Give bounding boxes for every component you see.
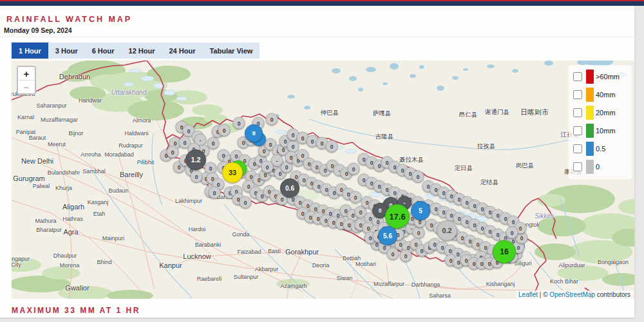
legend-row: >60mm bbox=[573, 69, 629, 84]
tab-1-hour[interactable]: 1 Hour bbox=[12, 43, 48, 59]
header-divider bbox=[0, 37, 634, 37]
station-marker[interactable]: 0 bbox=[240, 196, 252, 209]
page-date: Monday 09 Sep, 2024 bbox=[4, 26, 72, 34]
tab-tabular-view[interactable]: Tabular View bbox=[202, 43, 260, 59]
legend-checkbox[interactable] bbox=[573, 90, 582, 99]
top-navbar bbox=[0, 0, 644, 6]
page: { "header": {"title": "RAINFALL WATCH MA… bbox=[0, 0, 644, 322]
station-marker[interactable]: 0 bbox=[400, 250, 412, 262]
legend-color-swatch bbox=[586, 142, 594, 156]
legend-row: 20mm bbox=[573, 105, 629, 120]
legend-checkbox[interactable] bbox=[573, 108, 582, 117]
station-marker[interactable]: 0 bbox=[209, 187, 221, 199]
station-marker[interactable]: 0.6 bbox=[280, 178, 299, 198]
map-attribution: Leaflet | © OpenStreetMap contributors bbox=[516, 290, 633, 299]
station-marker[interactable]: 0 bbox=[266, 113, 278, 126]
legend-label: 40mm bbox=[596, 91, 616, 99]
rainfall-legend: >60mm40mm20mm10mm0.50 bbox=[569, 65, 632, 179]
legend-checkbox[interactable] bbox=[573, 144, 582, 153]
tab-12-hour[interactable]: 12 Hour bbox=[122, 43, 162, 59]
station-marker[interactable]: 0 bbox=[233, 117, 245, 129]
station-marker[interactable]: 0 bbox=[191, 171, 203, 183]
station-marker[interactable]: 0 bbox=[387, 248, 399, 260]
attribution-suffix: contributors bbox=[595, 291, 630, 298]
leaflet-link[interactable]: Leaflet bbox=[518, 291, 538, 298]
legend-label: >60mm bbox=[596, 73, 620, 80]
tab-24-hour[interactable]: 24 Hour bbox=[162, 43, 203, 59]
station-marker[interactable]: 0 bbox=[287, 140, 299, 153]
rainfall-watch-card: RAINFALL WATCH MAP Monday 09 Sep, 2024 1… bbox=[0, 6, 634, 317]
tab-6-hour[interactable]: 6 Hour bbox=[85, 43, 122, 59]
zoom-out-button[interactable]: − bbox=[18, 80, 35, 93]
station-marker[interactable]: 5 bbox=[411, 201, 430, 220]
station-marker[interactable]: 33 bbox=[222, 162, 243, 183]
zoom-control: + − bbox=[17, 66, 36, 95]
station-marker[interactable]: 1.2 bbox=[185, 149, 206, 170]
tab-3-hour[interactable]: 3 Hour bbox=[48, 43, 85, 59]
station-marker[interactable]: 0 bbox=[412, 171, 424, 183]
station-marker[interactable]: 0 bbox=[167, 146, 179, 158]
legend-color-swatch bbox=[586, 88, 594, 102]
station-marker[interactable]: 0 bbox=[326, 140, 338, 153]
station-marker[interactable]: 0 bbox=[506, 227, 518, 239]
legend-label: 0 bbox=[596, 163, 600, 171]
legend-color-swatch bbox=[586, 160, 594, 174]
legend-color-swatch bbox=[586, 106, 594, 120]
maximum-rainfall-text: MAXIMUM 33 MM AT 1 HR bbox=[12, 306, 140, 315]
station-marker[interactable]: 0 bbox=[261, 161, 274, 173]
station-marker[interactable]: 0 bbox=[350, 191, 362, 204]
legend-row: 0.5 bbox=[573, 141, 629, 156]
station-marker[interactable]: 9 bbox=[245, 124, 263, 142]
legend-checkbox[interactable] bbox=[573, 126, 582, 135]
zoom-in-button[interactable]: + bbox=[18, 67, 35, 80]
map[interactable]: DehradunSaharanpurHaridwarKarnalMuzaffar… bbox=[12, 61, 634, 299]
openstreetmap-link[interactable]: OpenStreetMap bbox=[549, 291, 595, 298]
station-marker[interactable]: 0 bbox=[348, 163, 360, 175]
legend-row: 0 bbox=[573, 159, 629, 174]
legend-row: 10mm bbox=[573, 123, 629, 138]
legend-label: 0.5 bbox=[596, 145, 605, 153]
page-title: RAINFALL WATCH MAP bbox=[6, 15, 132, 24]
map-canvas bbox=[12, 61, 634, 299]
legend-checkbox[interactable] bbox=[573, 162, 582, 171]
station-marker[interactable]: 0.2 bbox=[437, 220, 457, 241]
legend-label: 10mm bbox=[596, 127, 616, 135]
legend-color-swatch bbox=[586, 70, 594, 84]
attribution-separator: | © bbox=[538, 291, 549, 298]
legend-checkbox[interactable] bbox=[573, 72, 582, 81]
station-marker[interactable]: 17.6 bbox=[385, 204, 410, 229]
legend-row: 40mm bbox=[573, 87, 629, 102]
station-marker[interactable]: 0 bbox=[218, 124, 231, 137]
station-marker[interactable]: 5.6 bbox=[378, 226, 397, 245]
legend-color-swatch bbox=[586, 124, 594, 138]
station-marker[interactable]: 16 bbox=[493, 240, 516, 263]
legend-label: 20mm bbox=[596, 109, 616, 117]
station-marker[interactable]: 0 bbox=[413, 227, 425, 239]
tab-bar: 1 Hour3 Hour6 Hour12 Hour24 HourTabular … bbox=[12, 43, 260, 59]
